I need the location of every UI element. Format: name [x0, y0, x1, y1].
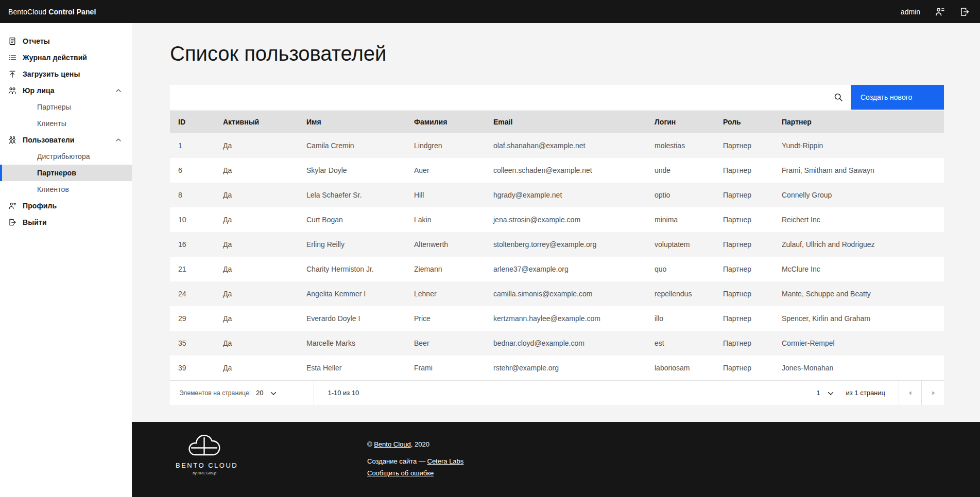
cell-first_name: Camila Cremin [298, 133, 406, 158]
footer-logo: BENTO CLOUD by RRC Group [176, 434, 233, 497]
cell-first_name: Esta Heller [298, 356, 406, 380]
cell-id: 35 [170, 331, 215, 356]
column-header-id: ID [170, 111, 215, 133]
cell-email: kertzmann.haylee@example.com [485, 306, 646, 331]
report-icon [8, 37, 16, 45]
username: admin [901, 8, 920, 16]
column-header-first_name: Имя [298, 111, 406, 133]
cell-first_name: Lela Schaefer Sr. [298, 183, 406, 207]
cell-first_name: Charity Hermiston Jr. [298, 257, 406, 281]
cell-last_name: Hill [406, 183, 485, 207]
cell-login: est [646, 331, 715, 356]
report-error-link[interactable]: Сообщить об ошибке [367, 469, 434, 477]
cell-role: Партнер [715, 331, 773, 356]
footer-logo-title: BENTO CLOUD [176, 461, 233, 469]
cell-role: Партнер [715, 158, 773, 183]
cell-role: Партнер [715, 207, 773, 232]
cell-active: Да [215, 331, 298, 356]
cell-id: 21 [170, 257, 215, 281]
upload-icon [8, 70, 16, 78]
chevron-up-icon[interactable] [115, 87, 122, 94]
cetera-labs-link[interactable]: Cetera Labs [427, 457, 464, 465]
sidebar-item-distributors[interactable]: Дистрибьютора [0, 148, 132, 165]
content: Список пользователей Создать нового IDАк… [170, 41, 944, 422]
footer-logo-subtitle: by RRC Group [176, 471, 233, 475]
cell-role: Партнер [715, 257, 773, 281]
search-input[interactable] [170, 85, 851, 110]
sidebar-item-label: Партнеров [37, 169, 76, 177]
prev-page-button[interactable] [899, 381, 921, 405]
partnership-icon [8, 86, 16, 95]
table-row[interactable]: 24ДаAngelita Kemmer ILehnercamilla.simon… [170, 281, 944, 306]
sidebar-item-logout[interactable]: Выйти [0, 214, 132, 230]
credits-prefix: Создание сайта — [367, 457, 427, 465]
sidebar-item-users[interactable]: Пользователи [0, 132, 132, 148]
table-row[interactable]: 39ДаEsta HellerFramirstehr@example.orgla… [170, 356, 944, 380]
cell-id: 6 [170, 158, 215, 183]
sidebar-item-clients[interactable]: Клиенты [0, 115, 132, 132]
table-row[interactable]: 8ДаLela Schaefer Sr.Hillhgrady@example.n… [170, 183, 944, 207]
sidebar-item-label: Пользователи [23, 136, 74, 144]
cell-partner: Reichert Inc [773, 207, 944, 232]
caret-right-icon [929, 389, 937, 397]
sidebar-item-label: Юр лица [23, 86, 55, 95]
journal-icon [8, 54, 16, 62]
report-line: Сообщить об ошибке [367, 469, 463, 477]
sidebar-item-legal-entities[interactable]: Юр лица [0, 82, 132, 99]
create-new-button[interactable]: Создать нового [851, 85, 944, 110]
sidebar-item-partner-users[interactable]: Партнеров [0, 165, 132, 181]
logout-icon[interactable] [959, 7, 970, 17]
cell-first_name: Skylar Doyle [298, 158, 406, 183]
sidebar-item-partners[interactable]: Партнеры [0, 99, 132, 115]
page-value: 1 [816, 389, 820, 397]
chevron-up-icon[interactable] [115, 137, 122, 143]
cell-first_name: Erling Reilly [298, 232, 406, 257]
logout-icon [8, 218, 16, 226]
table-row[interactable]: 21ДаCharity Hermiston Jr.Ziemannarlene37… [170, 257, 944, 281]
table-row[interactable]: 29ДаEverardo Doyle IPricekertzmann.hayle… [170, 306, 944, 331]
cell-email: bednar.cloyd@example.com [485, 331, 646, 356]
cell-last_name: Altenwerth [406, 232, 485, 257]
table-row[interactable]: 1ДаCamila CreminLindgrenolaf.shanahan@ex… [170, 133, 944, 158]
sidebar-item-upload-prices[interactable]: Загрузить цены [0, 66, 132, 82]
next-page-button[interactable] [921, 381, 944, 405]
top-bar: BentoCloud Control Panel admin [0, 0, 980, 23]
column-header-active: Активный [215, 111, 298, 133]
cell-id: 10 [170, 207, 215, 232]
page-select[interactable]: 1 [816, 389, 833, 397]
cell-role: Партнер [715, 232, 773, 257]
cell-active: Да [215, 158, 298, 183]
sidebar-item-client-users[interactable]: Клиентов [0, 181, 132, 198]
table-row[interactable]: 10ДаCurt BoganLakinjena.strosin@example.… [170, 207, 944, 232]
cell-login: quo [646, 257, 715, 281]
items-per-page-select[interactable]: 20 [256, 389, 277, 397]
search-icon[interactable] [834, 93, 843, 102]
cell-login: repellendus [646, 281, 715, 306]
cell-login: unde [646, 158, 715, 183]
user-profile-icon[interactable] [935, 7, 945, 17]
copyright-suffix: , 2020 [411, 440, 429, 448]
chevron-down-icon [270, 392, 277, 396]
cell-id: 39 [170, 356, 215, 380]
table-row[interactable]: 35ДаMarcelle MarksBeerbednar.cloyd@examp… [170, 331, 944, 356]
sidebar-item-label: Клиенты [37, 119, 66, 128]
table-row[interactable]: 6ДаSkylar DoyleAuercolleen.schaden@examp… [170, 158, 944, 183]
cell-active: Да [215, 306, 298, 331]
cell-role: Партнер [715, 183, 773, 207]
cell-partner: Zulauf, Ullrich and Rodriguez [773, 232, 944, 257]
sidebar-item-action-journal[interactable]: Журнал действий [0, 49, 132, 66]
bento-cloud-link[interactable]: Bento Cloud [374, 440, 411, 448]
cell-last_name: Lehner [406, 281, 485, 306]
sidebar-item-label: Клиентов [37, 185, 69, 193]
credits-line: Создание сайта — Cetera Labs [367, 457, 463, 466]
items-per-page-label: Элементов на странице: [179, 389, 251, 397]
cell-email: hgrady@example.net [485, 183, 646, 207]
sidebar-item-reports[interactable]: Отчеты [0, 33, 132, 49]
sidebar-item-profile[interactable]: Профиль [0, 198, 132, 214]
cell-last_name: Auer [406, 158, 485, 183]
header-row: IDАктивныйИмяФамилияEmailЛогинРольПартне… [170, 111, 944, 133]
cell-partner: McClure Inc [773, 257, 944, 281]
cell-active: Да [215, 207, 298, 232]
table-row[interactable]: 16ДаErling ReillyAltenwerthstoltenberg.t… [170, 232, 944, 257]
cell-email: rstehr@example.org [485, 356, 646, 380]
